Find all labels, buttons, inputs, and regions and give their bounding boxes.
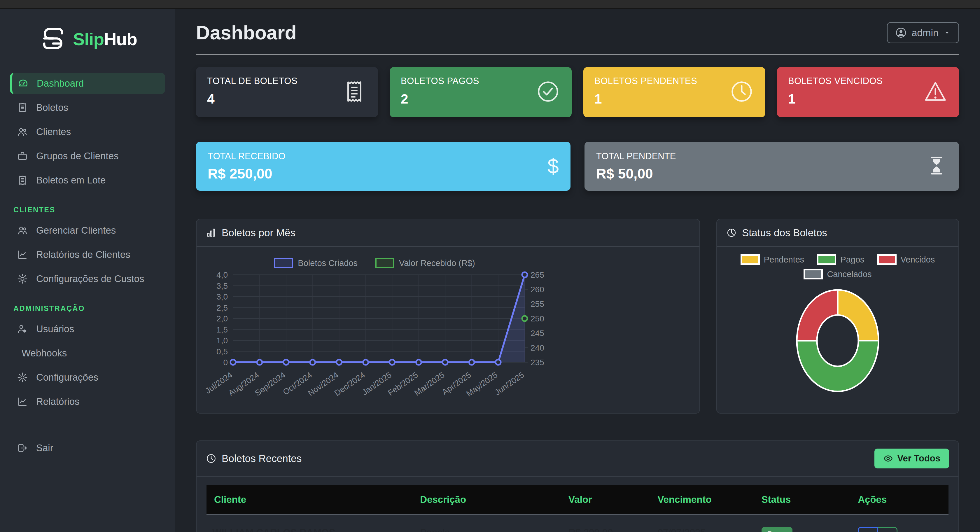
line-chart-area: Boletos Criados Valor Recebido (R$) Jul/… xyxy=(197,247,544,413)
table-row: WILLIAM CARLOS RAMOS 394.337.888-85 Pane… xyxy=(207,514,948,532)
cliente-nome: WILLIAM CARLOS RAMOS xyxy=(212,527,408,532)
donut-chart-area: Pendentes Pagos Vencidos Cancelados xyxy=(717,247,958,403)
user-menu-button[interactable]: admin xyxy=(887,22,959,43)
stat-label: TOTAL DE BOLETOS xyxy=(207,76,298,86)
person-circle-icon xyxy=(895,27,907,38)
card-total-pendente: TOTAL PENDENTE R$ 50,00 xyxy=(584,142,959,191)
sidebar-item-relatorios[interactable]: Relatórios xyxy=(10,391,165,412)
stat-value: 2 xyxy=(401,91,479,107)
download-boleto-button[interactable] xyxy=(878,527,897,532)
sidebar-item-configuracoes-de-custos[interactable]: Configurações de Custos xyxy=(10,268,165,289)
view-all-button[interactable]: Ver Todos xyxy=(874,449,949,468)
sidebar-section-clientes: CLIENTES xyxy=(13,205,165,214)
stat-card-total-boletos: TOTAL DE BOLETOS 4 xyxy=(196,67,378,117)
stat-value: 1 xyxy=(594,91,697,107)
table-header-row: Cliente Descrição Valor Vencimento Statu… xyxy=(207,485,948,514)
col-cliente: Cliente xyxy=(207,485,414,514)
legend-item[interactable]: Valor Recebido (R$) xyxy=(375,258,475,268)
chart-card-header: Boletos por Mês xyxy=(197,219,699,247)
legend-label: Pendentes xyxy=(764,255,804,264)
caret-down-icon xyxy=(943,29,951,37)
line-chart-legend: Boletos Criados Valor Recebido (R$) xyxy=(205,258,544,268)
view-boleto-button[interactable] xyxy=(858,527,878,532)
sidebar-item-label: Sair xyxy=(36,443,53,454)
col-status: Status xyxy=(756,485,852,514)
legend-swatch-vencidos xyxy=(877,254,897,265)
recent-card-header: Boletos Recentes Ver Todos xyxy=(197,441,958,476)
chart-title: Boletos por Mês xyxy=(222,227,296,239)
page-title: Dashboard xyxy=(196,22,297,44)
sidebar-item-sair[interactable]: Sair xyxy=(10,438,165,459)
sidebar-item-label: Boletos xyxy=(36,102,68,113)
stat-label: BOLETOS PENDENTES xyxy=(594,76,697,86)
sidebar-item-clientes[interactable]: Clientes xyxy=(10,121,165,142)
legend-item[interactable]: Pendentes xyxy=(741,254,804,265)
card-total-recebido: TOTAL RECEBIDO R$ 250,00 $ xyxy=(196,142,571,191)
chart-title: Status dos Boletos xyxy=(742,227,827,239)
total-label: TOTAL RECEBIDO xyxy=(208,151,285,162)
svg-text:3,5: 3,5 xyxy=(216,282,228,290)
sliphub-logo-icon xyxy=(38,24,68,54)
legend-item[interactable]: Boletos Criados xyxy=(274,258,358,268)
legend-item[interactable]: Vencidos xyxy=(877,254,935,265)
totals-row: TOTAL RECEBIDO R$ 250,00 $ TOTAL PENDENT… xyxy=(196,142,959,191)
sidebar-item-label: Grupos de Clientes xyxy=(36,150,118,162)
gauge-icon xyxy=(18,78,29,89)
user-gear-icon xyxy=(17,323,28,334)
sidebar-item-webhooks[interactable]: Webhooks xyxy=(10,343,165,364)
pie-chart-icon xyxy=(726,228,737,238)
svg-text:245: 245 xyxy=(531,329,544,338)
clock-icon xyxy=(729,79,754,105)
sidebar-item-boletos[interactable]: Boletos xyxy=(10,97,165,118)
line-chart-svg: Jul/2024Aug/2024Sep/2024Oct/2024Nov/2024… xyxy=(205,269,549,409)
svg-text:235: 235 xyxy=(531,358,544,367)
sidebar-item-relatorios-de-clientes[interactable]: Relatórios de Clientes xyxy=(10,244,165,265)
status-badge: Pago xyxy=(762,527,792,532)
alert-triangle-icon xyxy=(923,79,948,105)
stat-label: BOLETOS PAGOS xyxy=(401,76,479,86)
svg-text:1,0: 1,0 xyxy=(216,336,228,345)
donut-legend: Pendentes Pagos Vencidos Cancelados xyxy=(741,254,935,279)
cell-vencimento: 07/07/2025 xyxy=(652,514,756,532)
legend-label: Valor Recebido (R$) xyxy=(399,258,475,268)
receipt-icon xyxy=(342,79,367,105)
window-top-strip xyxy=(0,0,980,9)
sidebar-item-label: Clientes xyxy=(36,126,71,137)
sidebar-item-label: Relatórios de Clientes xyxy=(36,249,130,260)
col-acoes: Ações xyxy=(852,485,948,514)
receipt-icon xyxy=(17,102,28,113)
recent-title-text: Boletos Recentes xyxy=(222,453,302,464)
eye-icon xyxy=(883,454,893,464)
page-header: Dashboard admin xyxy=(196,22,959,55)
sidebar-item-usuarios[interactable]: Usuários xyxy=(10,319,165,339)
svg-text:2,0: 2,0 xyxy=(216,314,228,323)
svg-text:255: 255 xyxy=(531,299,544,309)
svg-text:4,0: 4,0 xyxy=(216,270,228,279)
cell-descricao: Panela xyxy=(414,514,563,532)
sidebar-item-configuracoes[interactable]: Configurações xyxy=(10,367,165,388)
gear-icon xyxy=(17,273,28,284)
sidebar-item-label: Gerenciar Clientes xyxy=(36,225,116,236)
sidebar-item-gerenciar-clientes[interactable]: Gerenciar Clientes xyxy=(10,220,165,241)
sidebar-item-dashboard[interactable]: Dashboard xyxy=(10,73,165,94)
line-chart-icon xyxy=(17,396,28,407)
sidebar-item-grupos-de-clientes[interactable]: Grupos de Clientes xyxy=(10,145,165,167)
legend-swatch-blue xyxy=(274,258,293,268)
sidebar-item-boletos-em-lote[interactable]: Boletos em Lote xyxy=(10,170,165,191)
svg-text:Jun/2025: Jun/2025 xyxy=(493,370,526,397)
sidebar-section-administracao: ADMINISTRAÇÃO xyxy=(13,304,165,313)
legend-item[interactable]: Pagos xyxy=(817,254,864,265)
user-name: admin xyxy=(912,27,939,38)
sidebar-divider xyxy=(12,429,163,429)
chart-card-header: Status dos Boletos xyxy=(717,219,958,247)
gear-icon xyxy=(17,372,28,383)
svg-text:265: 265 xyxy=(531,270,544,279)
legend-item[interactable]: Cancelados xyxy=(803,269,872,279)
total-label: TOTAL PENDENTE xyxy=(596,151,676,162)
sidebar-item-label: Webhooks xyxy=(22,348,67,359)
stat-card-boletos-pagos: BOLETOS PAGOS 2 xyxy=(390,67,572,117)
legend-label: Vencidos xyxy=(900,255,935,264)
sidebar-item-label: Configurações xyxy=(36,372,98,383)
stat-value: 4 xyxy=(207,91,298,107)
legend-swatch-cancelados xyxy=(803,269,823,279)
